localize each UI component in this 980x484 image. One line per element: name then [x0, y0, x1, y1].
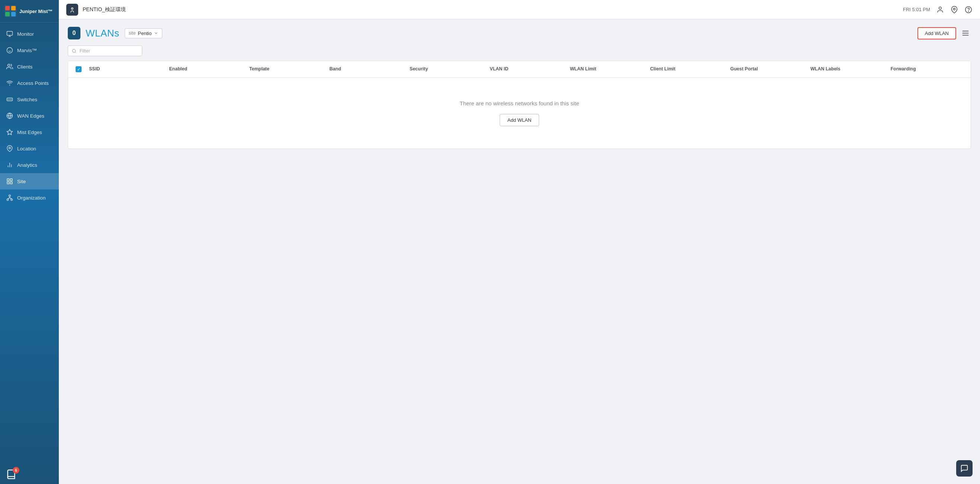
- sidebar-item-analytics[interactable]: Analytics: [0, 157, 59, 173]
- site-name: Pentio: [138, 30, 151, 36]
- filter-bar: [68, 45, 971, 56]
- svg-rect-1: [5, 6, 10, 10]
- logo-text: Juniper Mist™: [19, 9, 53, 14]
- svg-line-34: [10, 198, 11, 199]
- page-header: 0 WLANs site Pentio Add WLAN: [68, 27, 971, 40]
- svg-rect-27: [10, 182, 12, 184]
- sidebar-item-clients[interactable]: Clients: [0, 59, 59, 75]
- svg-point-35: [72, 8, 73, 9]
- sidebar-item-wan-edges[interactable]: WAN Edges: [0, 108, 59, 124]
- page-title: WLANs: [86, 27, 119, 39]
- col-enabled: Enabled: [166, 61, 246, 78]
- main-area: PENTIO_検証環境 FRI 5:01 PM 0 WLANs site P: [59, 0, 980, 484]
- col-wlan-labels: WLAN Labels: [807, 61, 887, 78]
- site-selector[interactable]: site Pentio: [125, 28, 163, 38]
- monitor-icon: [6, 30, 13, 38]
- svg-rect-4: [11, 12, 16, 16]
- chat-icon: [960, 464, 969, 473]
- add-wlan-button[interactable]: Add WLAN: [918, 27, 956, 40]
- col-band: Band: [326, 61, 407, 78]
- chat-widget[interactable]: [956, 460, 972, 476]
- sidebar-item-label: Access Points: [17, 80, 49, 86]
- hamburger-icon: [961, 29, 970, 37]
- table-header: ✓ SSID Enabled Template Band Security: [68, 61, 971, 78]
- svg-point-32: [11, 199, 13, 201]
- chevron-down-icon: [154, 31, 158, 35]
- badge-count: 6: [13, 467, 19, 474]
- wlan-count-badge: 0: [68, 27, 80, 40]
- page-header-left: 0 WLANs site Pentio: [68, 27, 162, 40]
- svg-point-11: [8, 64, 10, 66]
- col-client-limit: Client Limit: [647, 61, 727, 78]
- svg-point-43: [73, 49, 76, 52]
- sidebar-item-organization[interactable]: Organization: [0, 189, 59, 206]
- sidebar-item-label: Clients: [17, 64, 32, 70]
- col-vlan-id: VLAN ID: [487, 61, 567, 78]
- table-empty-state: There are no wireless networks found in …: [68, 78, 971, 148]
- wlan-table: ✓ SSID Enabled Template Band Security: [68, 61, 971, 149]
- clients-icon: [6, 63, 13, 70]
- search-icon: [72, 48, 76, 54]
- svg-point-21: [9, 147, 11, 149]
- sidebar-item-location[interactable]: Location: [0, 140, 59, 157]
- sidebar: Juniper Mist™ Monitor Marvis™ Clients: [0, 0, 59, 484]
- menu-button[interactable]: [960, 27, 971, 39]
- filter-input[interactable]: [79, 48, 138, 54]
- location-icon: [6, 145, 13, 152]
- svg-rect-28: [7, 182, 9, 184]
- svg-rect-26: [10, 179, 12, 181]
- site-icon: [6, 178, 13, 185]
- sidebar-logo: Juniper Mist™: [0, 0, 59, 23]
- org-name: PENTIO_検証環境: [83, 6, 126, 13]
- mist-icon: [6, 129, 13, 136]
- user-icon[interactable]: [936, 6, 944, 14]
- sidebar-item-monitor[interactable]: Monitor: [0, 26, 59, 42]
- sidebar-item-site[interactable]: Site: [0, 173, 59, 189]
- sidebar-item-mist-edges[interactable]: Mist Edges: [0, 124, 59, 140]
- empty-message: There are no wireless networks found in …: [76, 100, 963, 107]
- sidebar-item-access-points[interactable]: Access Points: [0, 75, 59, 91]
- help-icon[interactable]: [964, 6, 972, 14]
- sidebar-item-label: Analytics: [17, 162, 37, 168]
- topbar-left: PENTIO_検証環境: [66, 4, 126, 16]
- col-wlan-limit: WLAN Limit: [567, 61, 647, 78]
- sidebar-item-switches[interactable]: Switches: [0, 91, 59, 108]
- svg-rect-25: [7, 179, 9, 181]
- sidebar-item-label: Marvis™: [17, 48, 37, 53]
- svg-point-29: [9, 195, 11, 197]
- col-security: Security: [407, 61, 487, 78]
- select-all-cell: ✓: [71, 61, 86, 78]
- page-header-right: Add WLAN: [918, 27, 971, 40]
- topbar: PENTIO_検証環境 FRI 5:01 PM: [59, 0, 980, 19]
- svg-point-37: [954, 8, 955, 10]
- wan-icon: [6, 112, 13, 119]
- col-ssid: SSID: [86, 61, 166, 78]
- sidebar-item-label: Mist Edges: [17, 130, 42, 135]
- marvis-icon: [6, 46, 13, 54]
- select-all-checkbox[interactable]: ✓: [76, 66, 81, 72]
- analytics-icon: [6, 161, 13, 169]
- sidebar-bottom: 6: [0, 465, 59, 484]
- content-area: 0 WLANs site Pentio Add WLAN: [59, 19, 980, 484]
- datetime: FRI 5:01 PM: [903, 7, 930, 12]
- col-template: Template: [247, 61, 326, 78]
- org-avatar: [66, 4, 78, 16]
- sidebar-item-label: Switches: [17, 97, 37, 102]
- ap-icon: [6, 79, 13, 87]
- empty-add-wlan-button[interactable]: Add WLAN: [500, 114, 539, 126]
- filter-input-wrap: [68, 45, 142, 56]
- svg-rect-5: [7, 31, 13, 35]
- topbar-right: FRI 5:01 PM: [903, 6, 972, 14]
- juniper-logo-icon: [5, 5, 16, 17]
- sidebar-item-label: Site: [17, 179, 26, 184]
- col-forwarding: Forwarding: [888, 61, 968, 78]
- svg-marker-20: [7, 130, 13, 135]
- docs-button[interactable]: 6: [6, 469, 16, 479]
- svg-point-36: [939, 7, 942, 9]
- org-icon: [6, 194, 13, 201]
- sidebar-item-label: Location: [17, 146, 36, 151]
- site-label: site: [129, 30, 136, 36]
- svg-point-31: [7, 199, 9, 201]
- sidebar-item-marvis[interactable]: Marvis™: [0, 42, 59, 59]
- location-pin-icon[interactable]: [950, 6, 958, 14]
